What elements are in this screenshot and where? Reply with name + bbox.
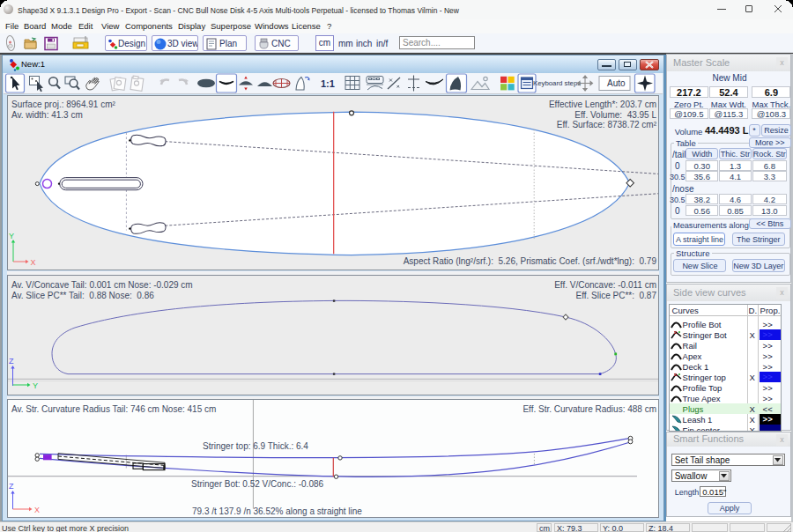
svg-text:X: X	[34, 506, 40, 514]
svg-text:Z: Z	[9, 357, 14, 366]
svg-text:Y: Y	[33, 381, 38, 390]
svg-text:Z: Z	[9, 482, 14, 491]
svg-text:Auto: Auto	[607, 78, 626, 88]
svg-text:Keyboard steps: Keyboard steps	[533, 79, 581, 87]
svg-text:Y: Y	[9, 232, 14, 240]
svg-text:X: X	[31, 258, 36, 267]
svg-text:1:1: 1:1	[321, 78, 335, 89]
